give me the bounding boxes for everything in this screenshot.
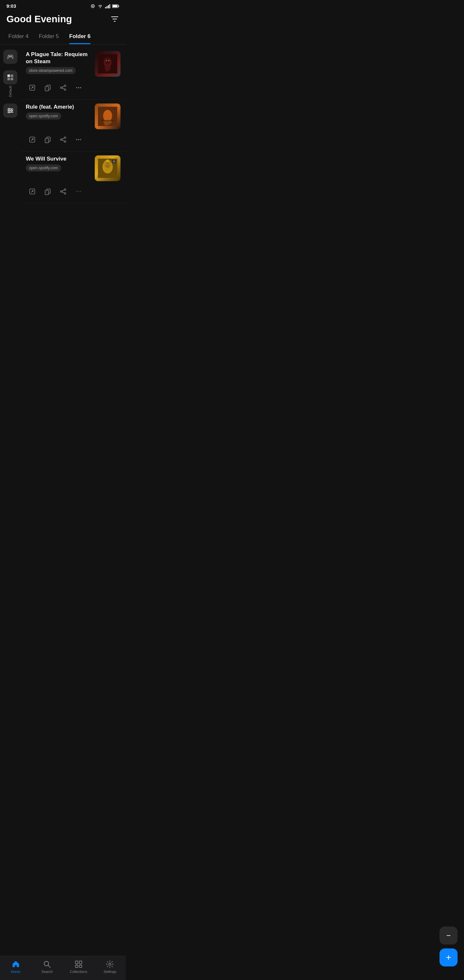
bookmark-title-plague: A Plague Tale: Requiem on Steam — [26, 51, 91, 65]
bookmark-title-survive: We Will Survive — [26, 155, 91, 162]
sidebar-default-btn[interactable] — [3, 70, 17, 84]
svg-rect-6 — [110, 4, 111, 8]
tabs-container: Folder 4 Folder 5 Folder 6 — [0, 30, 126, 45]
open-btn-plague[interactable] — [26, 81, 39, 94]
nav-settings[interactable]: Settings — [94, 959, 126, 975]
svg-point-44 — [64, 141, 66, 143]
more-btn-survive[interactable] — [72, 185, 85, 198]
more-btn-plague[interactable] — [72, 81, 85, 94]
svg-point-28 — [64, 85, 66, 87]
bookmark-top-rule: Rule (feat. Amerie) open.spotify.com — [26, 103, 121, 129]
bookmark-item-plague-tale: A Plague Tale: Requiem on Steam store.st… — [21, 47, 126, 100]
svg-point-62 — [64, 193, 66, 194]
svg-point-71 — [109, 963, 111, 966]
home-icon — [11, 960, 20, 968]
svg-rect-59 — [45, 190, 49, 195]
bookmark-url-plague[interactable]: store.steampowered.com — [26, 67, 76, 74]
svg-point-31 — [76, 87, 77, 88]
share-btn-plague[interactable] — [57, 81, 70, 94]
page-title: Good Evening — [6, 13, 72, 25]
action-row-survive — [26, 184, 121, 202]
nav-collections[interactable]: Collections — [63, 959, 94, 975]
collections-icon — [75, 960, 83, 968]
svg-rect-27 — [45, 86, 49, 91]
svg-rect-12 — [7, 78, 10, 80]
tab-folder5[interactable]: Folder 5 — [33, 30, 64, 44]
main-area: 🎮 Default — [0, 45, 126, 251]
content-list: A Plague Tale: Requiem on Steam store.st… — [21, 45, 126, 251]
bookmark-top-survive: We Will Survive open.spotify.com — [26, 155, 121, 181]
svg-rect-11 — [11, 75, 13, 77]
svg-rect-70 — [79, 965, 82, 967]
svg-rect-13 — [11, 78, 13, 80]
svg-point-52 — [105, 162, 110, 168]
signal-icon — [105, 4, 110, 8]
svg-point-61 — [60, 191, 62, 192]
tab-folder6[interactable]: Folder 6 — [64, 30, 96, 44]
status-icons — [90, 3, 119, 9]
svg-point-24 — [108, 60, 110, 61]
bottom-nav: Home Search Collections — [0, 956, 126, 980]
open-btn-survive[interactable] — [26, 185, 39, 198]
nav-search[interactable]: Search — [32, 959, 63, 975]
nav-collections-label: Collections — [70, 970, 87, 974]
svg-rect-10 — [7, 75, 10, 77]
svg-point-65 — [80, 191, 81, 192]
svg-rect-5 — [108, 5, 109, 8]
svg-rect-68 — [79, 961, 82, 964]
svg-rect-69 — [75, 965, 78, 967]
nav-home[interactable]: Home — [0, 959, 32, 975]
bookmark-top-plague: A Plague Tale: Requiem on Steam store.st… — [26, 51, 121, 77]
bookmark-url-survive[interactable]: open.spotify.com — [26, 164, 61, 172]
status-time: 9:03 — [6, 3, 16, 9]
svg-point-60 — [64, 189, 66, 191]
svg-point-17 — [8, 108, 10, 110]
svg-rect-38 — [101, 120, 114, 121]
bookmark-text-rule: Rule (feat. Amerie) open.spotify.com — [26, 103, 91, 129]
filter-button[interactable] — [110, 13, 119, 24]
svg-rect-67 — [75, 961, 78, 964]
svg-rect-8 — [119, 5, 119, 7]
svg-rect-9 — [113, 5, 118, 7]
bookmark-thumb-rule — [95, 103, 121, 129]
svg-point-42 — [64, 137, 66, 138]
sidebar-default-label: Default — [8, 86, 12, 97]
share-btn-rule[interactable] — [57, 133, 70, 146]
notification-icon — [90, 3, 95, 9]
wifi-icon — [97, 4, 103, 8]
svg-point-54 — [109, 164, 110, 165]
action-row-rule — [26, 132, 121, 150]
battery-icon — [112, 4, 119, 8]
action-row-plague — [26, 80, 121, 98]
svg-point-63 — [76, 191, 77, 192]
svg-point-32 — [78, 87, 79, 88]
bookmark-thumb-survive — [95, 155, 121, 181]
svg-rect-4 — [106, 6, 108, 8]
nav-settings-label: Settings — [103, 970, 116, 974]
svg-point-23 — [106, 60, 107, 61]
nav-search-label: Search — [41, 970, 53, 974]
svg-point-47 — [80, 139, 81, 140]
status-bar: 9:03 — [0, 0, 126, 11]
copy-btn-rule[interactable] — [41, 133, 54, 146]
svg-rect-41 — [45, 138, 49, 143]
header: Good Evening — [0, 11, 126, 30]
copy-btn-plague[interactable] — [41, 81, 54, 94]
sidebar-avatar-btn[interactable]: 🎮 — [3, 49, 17, 64]
svg-point-2 — [100, 7, 100, 8]
open-btn-rule[interactable] — [26, 133, 39, 146]
bookmark-url-rule[interactable]: open.spotify.com — [26, 113, 61, 119]
bookmark-item-rule: Rule (feat. Amerie) open.spotify.com — [21, 100, 126, 151]
bookmark-text-survive: We Will Survive open.spotify.com — [26, 155, 91, 181]
more-btn-rule[interactable] — [72, 133, 85, 146]
svg-point-43 — [60, 139, 62, 140]
svg-point-33 — [80, 87, 81, 88]
share-btn-survive[interactable] — [57, 185, 70, 198]
svg-point-19 — [8, 111, 10, 113]
sidebar-filter-btn[interactable] — [3, 103, 17, 118]
tab-folder4[interactable]: Folder 4 — [3, 30, 33, 44]
bookmark-text-plague: A Plague Tale: Requiem on Steam store.st… — [26, 51, 91, 77]
settings-icon — [106, 960, 114, 968]
copy-btn-survive[interactable] — [41, 185, 54, 198]
svg-point-53 — [106, 164, 107, 165]
